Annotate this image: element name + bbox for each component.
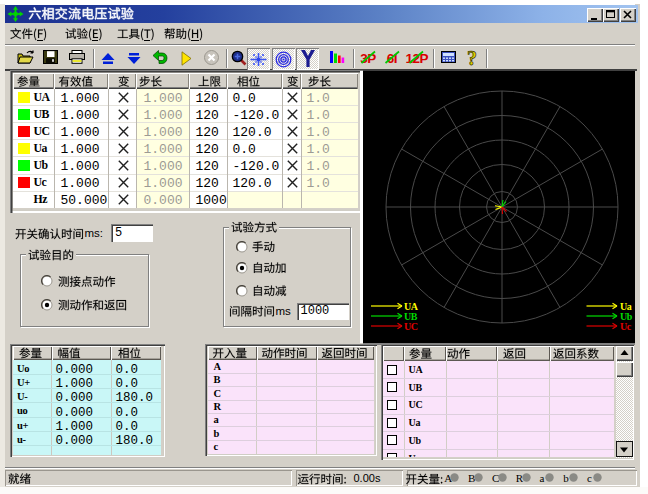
svg-text:?: ? [467, 49, 477, 68]
